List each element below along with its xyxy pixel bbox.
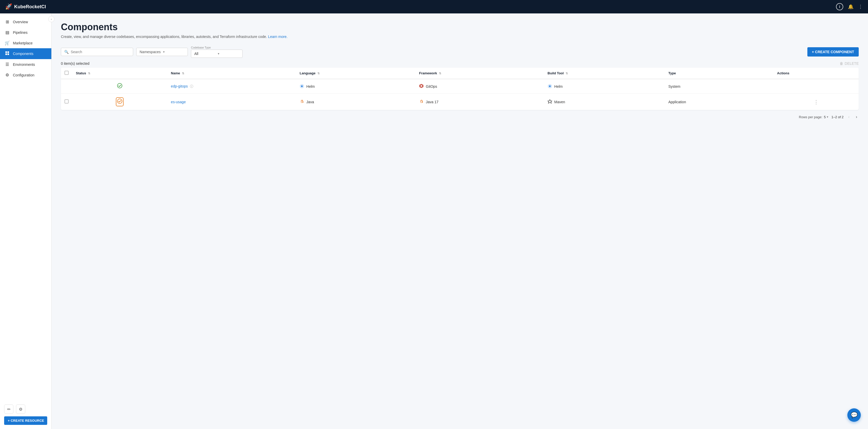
configuration-icon: ⚙	[5, 72, 10, 78]
sort-status-icon[interactable]: ⇅	[88, 72, 90, 75]
sidebar-item-marketplace[interactable]: 🛒 Marketplace	[0, 38, 51, 48]
sidebar-item-overview[interactable]: ⊞ Overview	[0, 17, 51, 27]
sidebar-label-marketplace: Marketplace	[13, 41, 32, 45]
notification-icon[interactable]: 🔔	[848, 4, 854, 9]
rows-per-page-value: 5	[824, 115, 826, 119]
column-build-tool: Build Tool ⇅	[544, 68, 665, 79]
create-resource-button[interactable]: + CREATE RESOURCE	[4, 416, 47, 425]
sort-framework-icon[interactable]: ⇅	[439, 72, 441, 75]
java-lang-icon	[300, 99, 304, 105]
row1-actions	[774, 79, 859, 94]
svg-point-11	[117, 99, 122, 103]
components-table: Status ⇅ Name ⇅ Language ⇅ Framework ⇅	[61, 68, 859, 110]
search-input[interactable]	[71, 50, 130, 54]
chat-fab-button[interactable]: 💬	[847, 408, 861, 422]
collapse-sidebar-button[interactable]: ‹	[48, 16, 55, 22]
select-all-checkbox[interactable]	[64, 71, 69, 75]
row2-language-text: Java	[306, 100, 314, 104]
row2-checkbox-cell	[61, 94, 72, 110]
pagination-range: 1–2 of 2	[831, 115, 843, 119]
app-logo: 🚀 KubeRocketCI	[5, 3, 46, 10]
row1-language: Helm	[296, 79, 415, 94]
pagination-next-button[interactable]: ›	[854, 114, 859, 120]
table-header-checkbox	[61, 68, 72, 79]
selection-bar: 0 item(s) selected 🗑 DELETE	[61, 61, 859, 66]
sidebar-item-environments[interactable]: ☰ Environments	[0, 59, 51, 70]
codebase-type-label: Codebase Type	[191, 46, 243, 49]
row2-name: es-usage	[167, 94, 296, 110]
sidebar-label-pipelines: Pipelines	[13, 30, 28, 35]
top-nav-icons: i 🔔 ⋮	[836, 3, 863, 10]
learn-more-link[interactable]: Learn more.	[268, 35, 287, 39]
toolbar: 🔍 Namespaces ▾ Codebase Type All ▾ + CRE…	[61, 46, 859, 58]
rows-per-page: Rows per page: 5 ▾	[799, 115, 828, 119]
rows-per-page-select[interactable]: 5 ▾	[824, 115, 828, 119]
page-title: Components	[61, 22, 859, 33]
sidebar-label-environments: Environments	[13, 62, 35, 67]
row1-status	[72, 79, 167, 94]
row1-framework: GitOps	[415, 79, 544, 94]
sort-language-icon[interactable]: ⇅	[317, 72, 320, 75]
namespaces-select[interactable]: Namespaces ▾	[136, 48, 188, 56]
row2-checkbox[interactable]	[64, 99, 69, 103]
sidebar-label-components: Components	[13, 52, 33, 56]
overview-icon: ⊞	[5, 19, 10, 24]
settings-icon-button[interactable]: ⚙	[16, 404, 25, 414]
maven-bt-icon	[548, 99, 552, 105]
row2-framework-text: Java 17	[426, 100, 438, 104]
sidebar-label-configuration: Configuration	[13, 73, 34, 77]
column-name: Name ⇅	[167, 68, 296, 79]
sidebar-nav: ⊞ Overview ▤ Pipelines 🛒 Marketplace Com…	[0, 13, 51, 400]
search-box: 🔍	[61, 48, 133, 56]
helm-bt-icon	[548, 84, 552, 89]
pipelines-icon: ▤	[5, 30, 10, 35]
svg-point-4	[117, 83, 122, 88]
column-status: Status ⇅	[72, 68, 167, 79]
row2-build-tool: Maven	[544, 94, 665, 110]
info-icon[interactable]: i	[836, 3, 843, 10]
rocket-icon: 🚀	[5, 3, 12, 10]
row1-build-tool: Helm	[544, 79, 665, 94]
namespaces-label: Namespaces	[140, 50, 161, 54]
table-row: edp-gitops ⓘ Helm	[61, 79, 859, 94]
helm-lang-icon	[300, 84, 304, 89]
svg-point-6	[301, 86, 303, 87]
sort-buildtool-icon[interactable]: ⇅	[566, 72, 568, 75]
create-component-button[interactable]: + CREATE COMPONENT	[807, 47, 859, 57]
row1-build-tool-text: Helm	[554, 84, 563, 89]
row2-type: Application	[665, 94, 773, 110]
rows-per-page-chevron: ▾	[827, 115, 828, 119]
svg-rect-3	[7, 54, 9, 55]
more-menu-icon[interactable]: ⋮	[858, 4, 863, 9]
component-info-icon[interactable]: ⓘ	[190, 84, 193, 88]
svg-rect-2	[5, 54, 7, 55]
sort-name-icon[interactable]: ⇅	[182, 72, 184, 75]
component-link-edp-gitops[interactable]: edp-gitops	[171, 84, 188, 88]
sidebar-item-components[interactable]: Components	[0, 48, 51, 59]
svg-point-10	[549, 86, 551, 87]
sidebar-item-configuration[interactable]: ⚙ Configuration	[0, 70, 51, 80]
component-link-es-usage[interactable]: es-usage	[171, 100, 186, 104]
row1-framework-text: GitOps	[426, 84, 437, 89]
table-row: es-usage Java	[61, 94, 859, 110]
column-type: Type	[665, 68, 773, 79]
sidebar-item-pipelines[interactable]: ▤ Pipelines	[0, 27, 51, 38]
pagination-prev-button[interactable]: ‹	[846, 114, 851, 120]
status-ok-icon	[117, 83, 123, 90]
delete-button[interactable]: 🗑 DELETE	[840, 61, 859, 66]
svg-rect-1	[7, 51, 9, 53]
marketplace-icon: 🛒	[5, 40, 10, 45]
row1-language-text: Helm	[306, 84, 315, 89]
row2-actions[interactable]: ⋮	[774, 94, 859, 110]
table-body: edp-gitops ⓘ Helm	[61, 79, 859, 110]
codebase-type-chevron-icon: ▾	[218, 52, 239, 56]
namespaces-chevron-icon: ▾	[163, 50, 185, 54]
edit-icon-button[interactable]: ✏	[4, 404, 13, 414]
edit-icon: ✏	[7, 407, 10, 412]
column-language: Language ⇅	[296, 68, 415, 79]
sidebar-label-overview: Overview	[13, 20, 28, 24]
java17-fw-icon	[419, 99, 424, 105]
pagination-bar: Rows per page: 5 ▾ 1–2 of 2 ‹ ›	[61, 114, 859, 120]
row1-type: System	[665, 79, 773, 94]
codebase-type-select[interactable]: All ▾	[191, 50, 243, 58]
